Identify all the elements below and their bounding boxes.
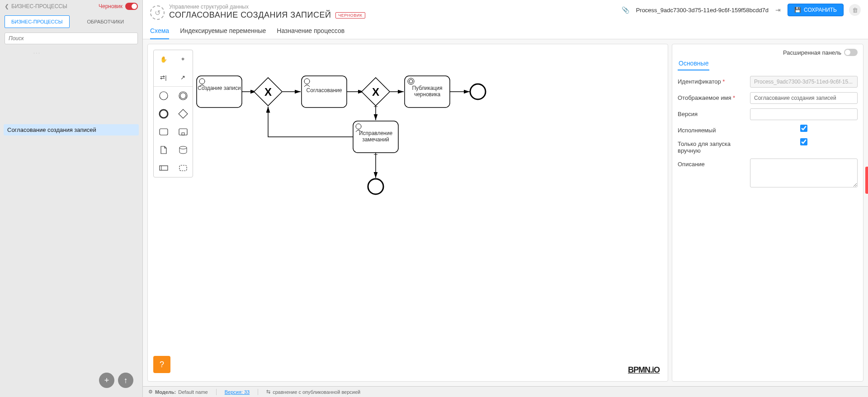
main: ↺ Управление структурой данных СОГЛАСОВА… xyxy=(143,0,868,397)
draft-toggle[interactable] xyxy=(125,3,138,10)
save-disk-icon: 💾 xyxy=(794,7,801,13)
attachment-icon[interactable]: 📎 xyxy=(620,5,631,15)
sidebar-tree: · · · Согласование создания записей xyxy=(0,48,142,397)
bpmn-canvas[interactable]: ✋ ⌖ ⇄| ↗ xyxy=(147,44,668,382)
add-button[interactable]: + xyxy=(99,373,114,388)
draft-badge: ЧЕРНОВИК xyxy=(335,12,365,19)
bpmn-logo: BPMN.iO xyxy=(628,365,660,375)
node-publish[interactable]: Публикация черновика xyxy=(405,76,450,107)
executable-checkbox[interactable] xyxy=(750,125,858,132)
node-gateway2[interactable]: X xyxy=(362,78,390,106)
display-name-label: Отображаемое имя xyxy=(678,94,731,101)
identifier-input xyxy=(750,76,858,88)
process-id: Process_9adc7300-3d75-11ed-9c6f-159f58bc… xyxy=(636,7,769,14)
svg-point-28 xyxy=(470,84,486,99)
back-nav-icon[interactable]: ↺ xyxy=(150,5,165,20)
sidebar-tab-bp[interactable]: БИЗНЕС-ПРОЦЕССЫ xyxy=(5,15,70,28)
sidebar-title: ❮ БИЗНЕС-ПРОЦЕССЫ xyxy=(5,3,67,9)
props-tab-main[interactable]: Основные xyxy=(678,58,709,70)
status-version-link[interactable]: Версия: 33 xyxy=(225,389,250,395)
back-chevron-icon[interactable]: ❮ xyxy=(5,3,9,9)
manual-only-checkbox[interactable] xyxy=(750,138,858,145)
compare-icon[interactable]: ⇆ xyxy=(266,389,270,395)
diagram-svg: Создание записи X Согласова xyxy=(148,44,668,381)
tab-assignment[interactable]: Назначение процессов xyxy=(277,24,344,39)
breadcrumb: Управление структурой данных xyxy=(169,4,616,10)
description-label: Описание xyxy=(678,159,750,168)
scroll-up-button[interactable]: ↑ xyxy=(118,373,133,388)
delete-button[interactable]: 🗑 xyxy=(849,4,861,16)
properties-panel: Расширенная панель Основные Идентификато… xyxy=(672,44,863,382)
draft-mode-label: Черновик xyxy=(99,3,123,9)
export-icon[interactable]: ⇥ xyxy=(774,5,782,15)
help-button[interactable]: ? xyxy=(153,356,170,373)
description-textarea[interactable] xyxy=(750,159,858,187)
sidebar: ❮ БИЗНЕС-ПРОЦЕССЫ Черновик БИЗНЕС-ПРОЦЕС… xyxy=(0,0,143,397)
page-title: СОГЛАСОВАНИЕ СОЗДАНИЯ ЗАПИСЕЙ xyxy=(169,10,331,20)
svg-text:X: X xyxy=(264,86,272,98)
gear-icon[interactable]: ⚙ xyxy=(148,389,153,395)
tab-scheme[interactable]: Схема xyxy=(150,24,169,39)
node-end[interactable] xyxy=(470,84,486,99)
version-input[interactable] xyxy=(750,108,858,120)
tree-item-selected[interactable]: Согласование создания записей xyxy=(4,124,139,135)
tree-collapsed-icon[interactable]: · · · xyxy=(2,51,141,56)
version-label: Версия xyxy=(678,108,750,117)
model-label: Модель: xyxy=(155,389,176,395)
node-gateway1[interactable]: X xyxy=(254,78,282,106)
manual-only-label: Только для запуска вручную xyxy=(678,138,750,154)
trash-icon: 🗑 xyxy=(852,7,858,14)
status-bar: ⚙ Модель: Default name Версия: 33 ⇆ срав… xyxy=(143,386,868,397)
node-end2[interactable] xyxy=(368,179,383,194)
node-approve[interactable]: Согласование xyxy=(302,76,347,107)
save-button[interactable]: 💾 СОХРАНИТЬ xyxy=(788,4,844,16)
tab-variables[interactable]: Индексируемые переменные xyxy=(180,24,266,39)
compare-label[interactable]: сравнение с опубликованной версией xyxy=(273,389,360,395)
extended-panel-toggle[interactable] xyxy=(844,49,858,56)
model-value: Default name xyxy=(178,389,208,395)
node-create[interactable]: Создание записи xyxy=(197,76,242,107)
svg-text:X: X xyxy=(372,86,379,98)
extended-panel-label: Расширенная панель xyxy=(783,49,841,56)
sidebar-tab-handlers[interactable]: ОБРАБОТЧИКИ xyxy=(73,15,138,28)
svg-point-33 xyxy=(368,179,383,194)
identifier-label: Идентификатор xyxy=(678,78,721,85)
sidebar-search-input[interactable] xyxy=(5,33,138,44)
help-icon: ? xyxy=(160,360,164,369)
executable-label: Исполняемый xyxy=(678,125,750,134)
node-fix[interactable]: Исправление замечаний xyxy=(353,121,398,153)
right-drawer-handle[interactable] xyxy=(865,167,868,194)
display-name-input[interactable] xyxy=(750,92,858,104)
